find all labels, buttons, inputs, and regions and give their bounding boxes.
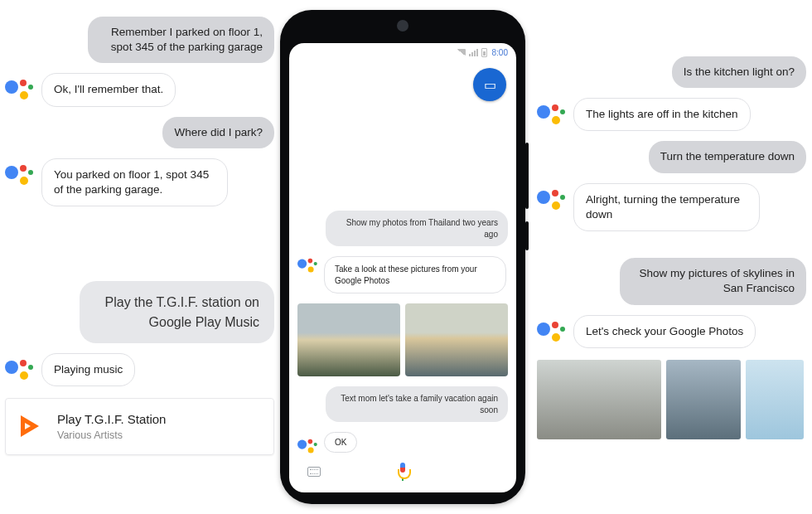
input-bar: [297, 456, 508, 487]
mic-icon[interactable]: [397, 463, 408, 481]
photo-thumbnail[interactable]: [405, 303, 508, 376]
phone-screen: 8:00 ▭ Show my photos from Thailand two …: [289, 43, 516, 492]
photo-thumbnail[interactable]: [746, 360, 804, 439]
music-title: Play T.G.I.F. Station: [57, 412, 166, 426]
assistant-logo-icon: [5, 356, 35, 380]
ok-chip[interactable]: OK: [324, 432, 357, 453]
right-conversation: Is the kitchen light on? The lights are …: [537, 0, 806, 514]
phone-mockup: 8:00 ▭ Show my photos from Thailand two …: [280, 0, 533, 514]
assistant-logo-icon: [537, 101, 567, 124]
wifi-icon: [457, 49, 466, 56]
assistant-logo-icon: [5, 162, 35, 185]
user-message: Play the T.G.I.F. station on Google Play…: [80, 281, 274, 342]
chat-icon: ▭: [484, 77, 496, 93]
user-message: Text mom let's take a family vacation ag…: [326, 386, 508, 422]
battery-icon: [481, 48, 487, 57]
photo-results[interactable]: [297, 303, 508, 376]
assistant-logo-icon: [5, 76, 35, 99]
assistant-message: Playing music: [41, 353, 135, 386]
user-message: Is the kitchen light on?: [672, 56, 806, 88]
assistant-logo-icon: [297, 256, 318, 273]
photo-thumbnail[interactable]: [537, 360, 661, 439]
signal-icon: [469, 49, 478, 56]
music-card[interactable]: Play T.G.I.F. Station Various Artists: [5, 398, 274, 455]
user-message: Show my photos from Thailand two years a…: [326, 211, 508, 246]
music-artist: Various Artists: [57, 429, 166, 441]
user-message: Turn the temperature down: [649, 141, 806, 172]
user-message: Show my pictures of skylines in San Fran…: [620, 258, 806, 304]
assistant-logo-icon: [537, 318, 567, 342]
photo-thumbnail[interactable]: [666, 360, 741, 439]
status-bar: 8:00: [289, 43, 516, 61]
user-message: Where did I park?: [162, 117, 274, 148]
assistant-logo-icon: [537, 187, 567, 210]
left-conversation: Remember I parked on floor 1, spot 345 o…: [5, 0, 274, 514]
photo-thumbnail[interactable]: [297, 303, 400, 376]
assistant-message: The lights are off in the kitchen: [573, 98, 751, 131]
messages-fab[interactable]: ▭: [473, 68, 506, 101]
user-message: Remember I parked on floor 1, spot 345 o…: [88, 17, 274, 63]
assistant-message: Ok, I'll remember that.: [41, 73, 176, 106]
status-clock: 8:00: [492, 48, 508, 57]
assistant-message: Take a look at these pictures from your …: [324, 256, 506, 293]
assistant-message: Let's check your Google Photos: [573, 315, 756, 348]
assistant-message: Alright, turning the temperature down: [573, 183, 760, 231]
play-music-icon: [21, 415, 42, 437]
keyboard-icon[interactable]: [307, 467, 321, 477]
assistant-logo-icon: [297, 437, 318, 453]
assistant-message: You parked on floor 1, spot 345 of the p…: [41, 158, 228, 206]
photo-results[interactable]: [537, 360, 806, 439]
